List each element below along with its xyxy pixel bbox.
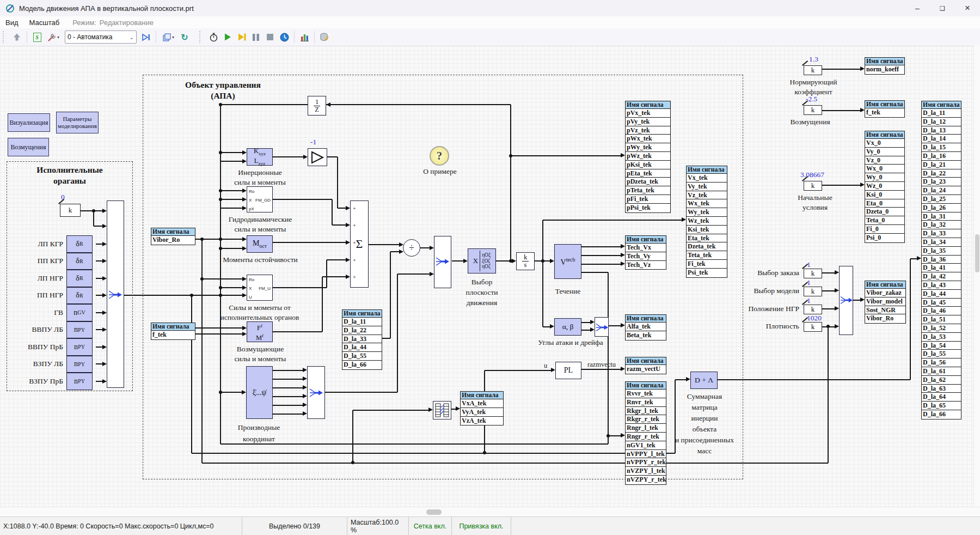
signal-row[interactable]: D_la_46 xyxy=(922,307,961,315)
signal-row[interactable]: pPsi_tek xyxy=(626,204,670,212)
help-block[interactable]: ? xyxy=(430,146,449,166)
signal-row[interactable]: Wx_0 xyxy=(865,165,904,173)
signal-row[interactable]: Fi_0 xyxy=(865,225,904,234)
realtime-clock-button[interactable] xyxy=(277,30,291,44)
minimize-button[interactable]: – xyxy=(905,0,930,16)
block-divider[interactable]: ÷ xyxy=(403,239,420,257)
gain-block[interactable]: k xyxy=(804,305,822,314)
signal-row[interactable]: pVx_tek xyxy=(626,109,670,118)
actuator-block[interactable]: nPY xyxy=(66,321,93,339)
layers-button[interactable]: ▾ xyxy=(159,30,177,44)
signal-table-vibor-ro[interactable]: Имя сигнала Vibor_Ro xyxy=(151,228,195,245)
signal-row[interactable]: D_la_55 xyxy=(342,352,382,361)
signal-table-dla-full[interactable]: Имя сигнала D_la_11D_la_12D_la_13D_la_14… xyxy=(921,101,961,420)
signal-row[interactable]: D_la_22 xyxy=(922,169,961,178)
actuator-block[interactable]: nPY xyxy=(66,338,93,356)
signal-row[interactable]: D_la_54 xyxy=(922,342,961,350)
signal-row[interactable]: D_la_66 xyxy=(922,410,961,419)
signal-row[interactable]: Wx_tek xyxy=(687,199,727,208)
signal-table-razm-vectu[interactable]: Имя сигнала razm_vectU xyxy=(625,357,666,374)
signal-row[interactable]: nVZPY_l_tek xyxy=(626,467,666,476)
signal-table-vibor[interactable]: Имя сигнала Vibor_zakazVibor_modelSost_N… xyxy=(865,281,906,324)
signal-row[interactable]: pDzeta_tek xyxy=(626,178,670,186)
signal-table-initial-conditions[interactable]: Имя сигнала Vx_0Vy_0Vz_0Wx_0Wy_0Wz_0Ksi_… xyxy=(865,131,905,243)
signal-row[interactable]: Ksi_0 xyxy=(865,191,904,199)
signal-row[interactable]: D_la_14 xyxy=(922,135,961,143)
step-button[interactable] xyxy=(235,30,249,44)
signal-row[interactable]: D_la_66 xyxy=(342,361,382,369)
signal-row[interactable]: D_la_63 xyxy=(922,385,961,393)
signal-row[interactable]: pKsi_tek xyxy=(626,161,670,169)
wire[interactable] xyxy=(822,185,860,186)
gain-block[interactable]: k xyxy=(804,269,822,278)
block-integrator-k-s[interactable]: ks xyxy=(516,252,535,270)
wire[interactable] xyxy=(910,258,917,259)
signal-row[interactable]: D_la_11 xyxy=(922,109,961,118)
signal-row[interactable]: Rngr_r_tek xyxy=(626,433,666,441)
block-inertia-matrix[interactable]: D + Λ xyxy=(690,372,718,389)
signal-row[interactable]: VzA_tek xyxy=(461,417,503,425)
signal-row[interactable]: Teta_tek xyxy=(687,251,727,260)
block-coordinate-derivatives[interactable]: ξ̇...ψ̇ xyxy=(246,366,273,419)
signal-row[interactable]: D_la_56 xyxy=(922,358,961,367)
signal-row[interactable]: Rvvr_tek xyxy=(626,390,666,398)
pause-button[interactable] xyxy=(249,30,263,44)
charts-button[interactable] xyxy=(297,30,311,44)
gain-block[interactable]: k xyxy=(60,204,81,217)
block-pl[interactable]: PL xyxy=(555,362,581,379)
actuator-block[interactable]: nPY xyxy=(66,373,93,390)
button-model-params[interactable]: Параметры моделирования xyxy=(56,112,99,133)
signal-table-tech[interactable]: Имя сигнала Tech_VxTech_VyTech_Vz xyxy=(625,235,666,270)
signal-row[interactable]: D_la_32 xyxy=(922,221,961,229)
signal-row[interactable]: Tech_Vy xyxy=(626,252,666,261)
signal-row[interactable]: D_la_25 xyxy=(922,195,961,204)
actuator-block[interactable]: δR xyxy=(66,253,93,270)
signal-row[interactable]: Vz_tek xyxy=(687,191,727,200)
run-mode-combobox[interactable]: 0 - Автоматика ⌄ xyxy=(65,31,137,44)
signal-row[interactable]: D_la_16 xyxy=(922,152,961,161)
signal-row[interactable]: nVPPY_l_tek xyxy=(626,450,666,459)
mux-settings[interactable] xyxy=(839,266,853,335)
signal-table-v-tek[interactable]: Имя сигнала Vx_tekVy_tekVz_tekWx_tekWy_t… xyxy=(686,166,727,278)
vertical-scrollbar[interactable] xyxy=(973,46,980,507)
signal-row[interactable]: D_la_33 xyxy=(342,335,382,344)
signal-row[interactable]: D_la_34 xyxy=(922,238,961,247)
signal-row[interactable]: pWz_tek xyxy=(626,152,670,161)
signal-row[interactable]: norm_koeff xyxy=(865,65,904,74)
wire[interactable] xyxy=(828,326,829,463)
signal-row[interactable]: D_la_23 xyxy=(922,178,961,186)
signal-row[interactable]: D_la_22 xyxy=(342,326,382,335)
signal-table-f-tek-right[interactable]: Имя сигнала f_tek xyxy=(865,100,905,118)
signal-table-alfa-beta[interactable]: Имя сигнала Alfa_tekBeta_tek xyxy=(625,314,666,341)
signal-row[interactable]: D_la_43 xyxy=(922,281,961,290)
signal-row[interactable]: Wz_tek xyxy=(687,217,727,226)
signal-row[interactable]: D_la_53 xyxy=(922,333,961,342)
signal-row[interactable]: D_la_44 xyxy=(922,290,961,299)
signal-row[interactable]: Vx_tek xyxy=(687,174,727,183)
signal-row[interactable]: pVz_tek xyxy=(626,126,670,135)
run-button[interactable] xyxy=(220,30,235,44)
signal-row[interactable]: pFi_tek xyxy=(626,195,670,204)
close-button[interactable]: × xyxy=(955,0,980,16)
actuator-block[interactable]: δR xyxy=(66,235,93,253)
wire[interactable] xyxy=(822,69,860,70)
mux-executive[interactable] xyxy=(107,200,124,388)
actuator-block[interactable]: nGV xyxy=(66,304,93,321)
signal-table-norm-koeff[interactable]: Имя сигнала norm_koeff xyxy=(865,57,905,75)
mux-derivatives[interactable] xyxy=(307,366,325,419)
block-gain-amplifier[interactable] xyxy=(308,148,327,166)
gain-block[interactable]: k xyxy=(804,322,822,332)
block-disturbing-forces[interactable]: Ff Mf xyxy=(247,321,273,342)
actuator-block[interactable]: δR xyxy=(66,270,93,287)
signal-row[interactable]: D_la_55 xyxy=(922,350,961,358)
block-plane-selection[interactable]: X ηOξξOζηOζ xyxy=(468,248,496,273)
signal-row[interactable]: Eta_0 xyxy=(865,199,904,208)
signal-row[interactable]: Fi_tek xyxy=(687,260,727,269)
wire[interactable] xyxy=(718,379,910,380)
signal-row[interactable]: pEta_tek xyxy=(626,169,670,178)
signal-row[interactable]: nVPPY_r_tek xyxy=(626,458,666,467)
maximize-button[interactable]: ❑ xyxy=(930,0,955,16)
signal-row[interactable]: D_la_61 xyxy=(922,367,961,376)
signal-row[interactable]: Ksi_tek xyxy=(687,226,727,234)
block-inertial-forces[interactable]: Kxyz Lxyz xyxy=(247,148,273,166)
